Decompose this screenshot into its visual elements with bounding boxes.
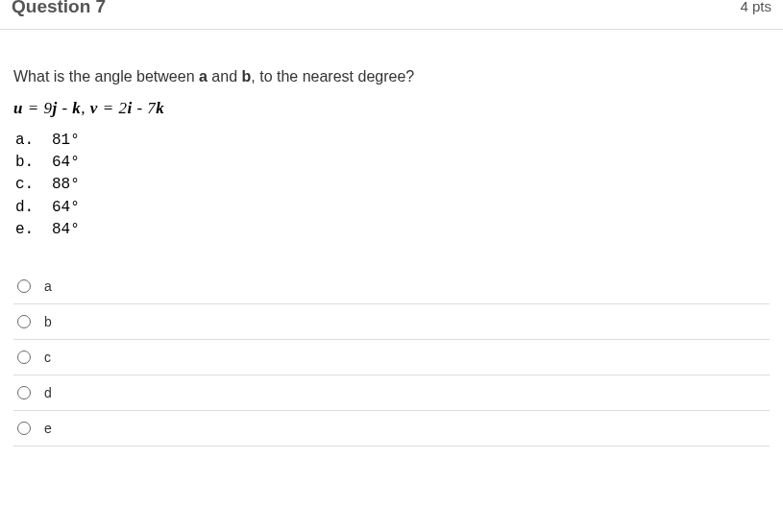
eq-k2: k (156, 99, 164, 117)
answer-value: 81° (52, 130, 80, 152)
option-label: b (44, 314, 52, 329)
eq-part: = 9 (23, 99, 52, 117)
answer-value: 64° (52, 197, 80, 219)
question-points: 4 pts (740, 0, 771, 14)
answer-value-row: d. 64° (15, 197, 770, 219)
eq-part: , (81, 99, 90, 117)
prompt-text: and (208, 68, 242, 85)
answer-letter: e. (15, 219, 52, 241)
option-label: c (44, 350, 51, 365)
answer-letter: b. (15, 152, 52, 174)
radio-icon (17, 315, 31, 328)
vector-a-label: a (199, 68, 208, 85)
prompt-text: , to the nearest degree? (251, 68, 414, 85)
prompt-text: What is the angle between (13, 68, 199, 85)
eq-u: u (13, 99, 23, 117)
eq-part: - (58, 99, 73, 117)
option-d[interactable]: d (13, 375, 770, 411)
equation: u = 9j - k, v = 2i - 7k (13, 99, 770, 118)
option-a[interactable]: a (13, 269, 770, 304)
eq-part: - 7 (133, 99, 157, 117)
question-prompt: What is the angle between a and b, to th… (13, 68, 770, 85)
question-header: Question 7 4 pts (0, 0, 783, 30)
eq-part: = 2 (98, 99, 127, 117)
answer-value: 64° (52, 152, 80, 174)
answer-value: 84° (52, 219, 80, 241)
answer-letter: c. (15, 174, 52, 196)
answer-value-row: c. 88° (15, 174, 770, 196)
answer-letter: a. (15, 130, 52, 152)
option-e[interactable]: e (13, 411, 770, 447)
radio-icon (17, 279, 31, 293)
answer-value-row: e. 84° (15, 219, 770, 241)
answer-options: a b c d e (13, 268, 770, 447)
radio-icon (17, 351, 31, 364)
eq-k: k (72, 99, 81, 117)
option-label: d (44, 385, 52, 400)
question-number: Question 7 (12, 0, 106, 17)
radio-icon (17, 422, 31, 435)
answer-value: 88° (52, 174, 80, 196)
radio-icon (17, 386, 31, 399)
option-c[interactable]: c (13, 340, 770, 375)
answer-value-row: b. 64° (15, 152, 770, 174)
option-label: e (44, 421, 52, 436)
answer-value-row: a. 81° (15, 130, 770, 152)
vector-b-label: b (242, 68, 252, 85)
question-content: What is the angle between a and b, to th… (0, 30, 783, 447)
answer-letter: d. (15, 197, 52, 219)
option-b[interactable]: b (13, 304, 770, 340)
eq-v: v (90, 99, 98, 117)
option-label: a (44, 278, 52, 294)
answer-value-list: a. 81° b. 64° c. 88° d. 64° e. 84° (15, 130, 770, 241)
